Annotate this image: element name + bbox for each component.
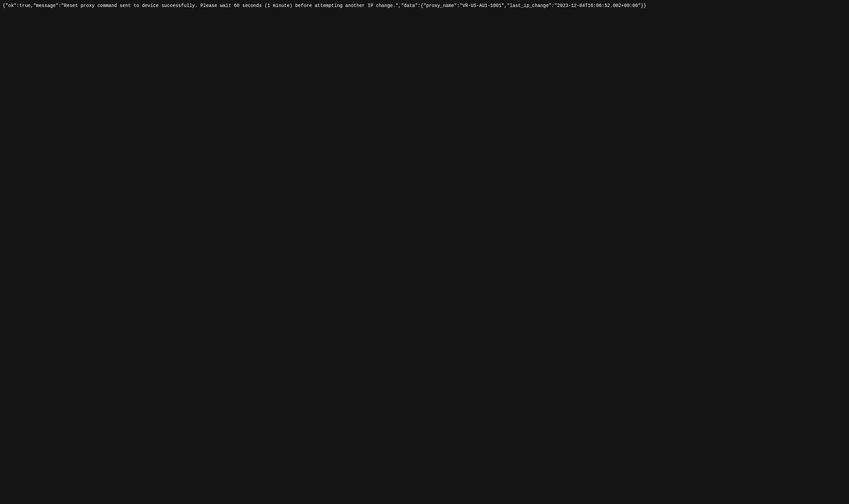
json-response-text: {"ok":true,"message":"Reset proxy comman… [3, 3, 846, 9]
